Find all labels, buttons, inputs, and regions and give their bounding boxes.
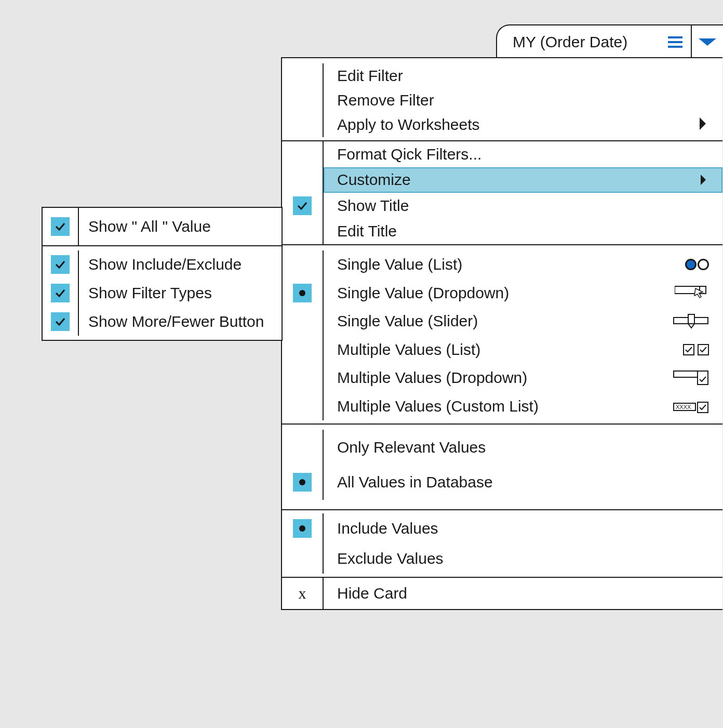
menu-section-value-scope: Only Relevant Values All Values in Datab… bbox=[282, 425, 722, 510]
svg-text:XXXX: XXXX bbox=[676, 404, 691, 410]
menu-item-multiple-values-custom[interactable]: Multiple Values (Custom List) XXXX bbox=[324, 392, 722, 421]
menu-item-single-value-slider[interactable]: Single Value (Slider) bbox=[324, 307, 722, 336]
svg-rect-7 bbox=[688, 314, 694, 324]
submenu-item-show-all-value[interactable]: Show " All " Value bbox=[79, 208, 282, 245]
customize-section-options: Show Include/Exclude Show Filter Types S… bbox=[43, 246, 282, 340]
menu-item-apply-to-worksheets[interactable]: Apply to Worksheets bbox=[324, 113, 722, 137]
submenu-item-show-filter-types[interactable]: Show Filter Types bbox=[79, 279, 282, 308]
bullet-icon bbox=[293, 284, 312, 302]
custom-list-icon: XXXX bbox=[673, 399, 709, 414]
menu-item-multiple-values-list[interactable]: Multiple Values (List) bbox=[324, 336, 722, 364]
submenu-item-show-include-exclude[interactable]: Show Include/Exclude bbox=[79, 250, 282, 279]
checkbox-list-icon bbox=[673, 344, 709, 355]
submenu-item-show-more-fewer-button[interactable]: Show More/Fewer Button bbox=[79, 307, 282, 336]
svg-rect-13 bbox=[698, 402, 708, 413]
menu-item-only-relevant-values[interactable]: Only Relevant Values bbox=[324, 430, 722, 465]
menu-item-show-title[interactable]: Show Title bbox=[324, 193, 722, 219]
check-icon bbox=[51, 312, 70, 331]
svg-marker-8 bbox=[688, 324, 694, 328]
filter-card-title: MY (Order Date) bbox=[513, 33, 627, 51]
dropdown-cursor-icon bbox=[673, 284, 709, 302]
slider-icon bbox=[673, 313, 709, 329]
menu-item-all-values-in-database[interactable]: All Values in Database bbox=[324, 465, 722, 500]
radio-list-icon bbox=[673, 259, 709, 270]
menu-section-customize: Format Qick Filters... Customize Show Ti… bbox=[282, 141, 722, 245]
close-icon: x bbox=[299, 585, 306, 602]
multi-dropdown-icon bbox=[673, 370, 709, 386]
filter-card-header: MY (Order Date) bbox=[496, 24, 723, 58]
filter-card-menu-button[interactable] bbox=[660, 25, 691, 58]
menu-section-include-exclude: Include Values Exclude Values bbox=[282, 510, 722, 578]
menu-item-exclude-values[interactable]: Exclude Values bbox=[324, 544, 722, 574]
svg-marker-0 bbox=[699, 38, 716, 46]
menu-section-filter-type: Single Value (List) Single Value (Dropdo… bbox=[282, 245, 722, 425]
bullet-icon bbox=[293, 519, 312, 538]
svg-marker-1 bbox=[700, 117, 706, 130]
filter-card-dropdown-button[interactable] bbox=[692, 25, 723, 58]
menu-item-single-value-dropdown[interactable]: Single Value (Dropdown) bbox=[324, 279, 722, 308]
menu-item-include-values[interactable]: Include Values bbox=[324, 513, 722, 544]
submenu-arrow-icon bbox=[700, 116, 706, 134]
check-icon bbox=[51, 217, 70, 236]
svg-marker-2 bbox=[701, 175, 706, 185]
menu-item-customize[interactable]: Customize bbox=[324, 167, 722, 193]
bullet-icon bbox=[293, 473, 312, 492]
check-icon bbox=[51, 284, 70, 302]
menu-item-multiple-values-dropdown[interactable]: Multiple Values (Dropdown) bbox=[324, 364, 722, 392]
menu-item-edit-filter[interactable]: Edit Filter bbox=[324, 63, 722, 88]
menu-section-hide: x Hide Card bbox=[282, 578, 722, 609]
chevron-down-icon bbox=[699, 38, 716, 46]
menu-icon bbox=[668, 36, 682, 48]
filter-context-menu: Edit Filter Remove Filter Apply to Works… bbox=[281, 57, 722, 610]
menu-item-format-quick-filters[interactable]: Format Qick Filters... bbox=[324, 141, 722, 167]
menu-item-single-value-list[interactable]: Single Value (List) bbox=[324, 250, 722, 279]
check-icon bbox=[293, 196, 312, 215]
customize-section-all-value: Show " All " Value bbox=[43, 208, 282, 246]
check-icon bbox=[51, 255, 70, 274]
svg-rect-10 bbox=[698, 371, 708, 385]
menu-section-basic: Edit Filter Remove Filter Apply to Works… bbox=[282, 58, 722, 141]
menu-item-hide-card[interactable]: Hide Card bbox=[324, 578, 722, 609]
menu-item-remove-filter[interactable]: Remove Filter bbox=[324, 88, 722, 112]
submenu-arrow-icon bbox=[701, 171, 706, 189]
menu-item-edit-title[interactable]: Edit Title bbox=[324, 219, 722, 245]
customize-submenu: Show " All " Value Show bbox=[42, 207, 283, 341]
